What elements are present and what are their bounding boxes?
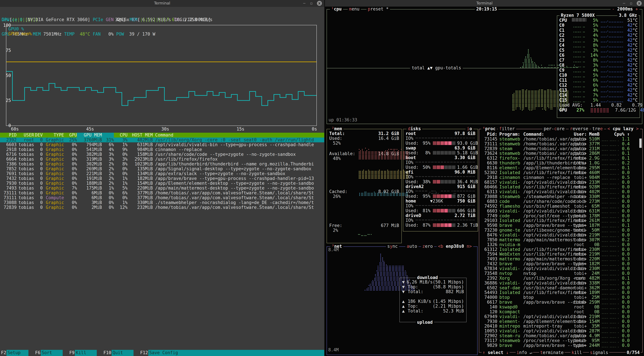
tab-zero[interactable]: zero [421, 244, 434, 249]
proc-row[interactable]: 73088steamweb./steamwebhelper -nocrastob… [482, 194, 638, 199]
proc-row[interactable]: 6313vivaldi-/opt/vivaldi/vivaldi-bintobi… [482, 190, 638, 194]
process-row[interactable]: 7930tobias0Graphic0%188MiB2%1%154MiB/app… [0, 181, 324, 186]
proc-row[interactable]: 73624steamweb/home/tobias/.var/app/cotob… [482, 151, 638, 156]
proc-row[interactable]: 36886vivaldi-/opt/vivaldi/vivaldi-bintob… [482, 281, 638, 286]
proc-scrollbar[interactable] [639, 138, 642, 148]
sort-selector[interactable]: < cpu lazy > [606, 126, 640, 131]
tab-cpu[interactable]: ¹cpu [330, 7, 343, 12]
proc-row[interactable]: 72839steam/home/tobias/.var/app/cotobi+2… [482, 146, 638, 151]
proc-row[interactable]: 72902steam-ru/home/tobias/.var/app/cotob… [482, 334, 638, 338]
fkey-action-f6[interactable]: Sort [41, 350, 63, 356]
graph-mode-label[interactable]: total ▲▼ gpu-totals [410, 66, 463, 70]
proc-row[interactable]: 73145steamweb/home/tobias/.var/app/cotob… [482, 137, 638, 142]
proc-row[interactable]: 73548nvtopnvtoptobi+24M⣀⣀⡀⣀⣀⡀⣀0.0 [482, 271, 638, 276]
proc-row[interactable]: 6603vivaldi-/opt/vivaldi/vivaldi-bintobi… [482, 209, 638, 214]
proc-row[interactable]: 67834vivaldi-/opt/vivaldi/vivaldi-bintob… [482, 266, 638, 271]
close-icon[interactable]: x [637, 1, 642, 6]
minimize-icon[interactable]: − [303, 1, 306, 6]
tab-filter[interactable]: filter [498, 126, 516, 131]
process-row[interactable]: 73111tobias0Compute0%6MiB0%0%377MiB/home… [0, 196, 324, 200]
terminate-control[interactable]: terminate [539, 350, 564, 355]
fkey-f10[interactable]: F10 [102, 350, 112, 356]
tab-mem[interactable]: ²mem [330, 126, 343, 131]
process-row[interactable]: 7493tobias0Graphic7%175MiB1%5%220MiB/app… [0, 186, 324, 190]
proc-row[interactable]: 6617brave/app/brave/brave --disabtobi+25… [482, 300, 638, 304]
proc-row[interactable]: 8116element-/app/Element/element-destobi… [482, 166, 638, 170]
process-row[interactable]: 7852tobias0Graphic0%269MiB2%0%135MiB/app… [0, 166, 324, 171]
tab-tree[interactable]: tree [591, 126, 604, 131]
proc-row[interactable]: 6630thunderb/app/lib/thunderbird/thutobi… [482, 160, 638, 166]
maximize-icon[interactable]: ▫ [630, 1, 632, 6]
tab-sync[interactable]: sync [386, 244, 399, 249]
proc-row[interactable]: 6502seaf-dae/usr/bin/seaf-daemon -ctobi+… [482, 286, 638, 290]
tab-per-core[interactable]: per-core [542, 126, 566, 131]
proc-row[interactable]: 9829brave/app/brave/brave --type=tobi+24… [482, 343, 638, 348]
fkey-action-f2[interactable]: Setup [6, 350, 28, 356]
proc-row[interactable]: 74592flamesho/usr/bin/flameshottobi+65M⣀… [482, 204, 638, 209]
proc-row[interactable]: 1326nvidia-mroot0B⣀⣀⡀⣀⣀⡀⣀0.0 [482, 242, 638, 247]
tab-disks[interactable]: disks [406, 126, 422, 131]
process-row[interactable]: 73088tobias0Graphic0%3MiB0%1%330MiB./ste… [0, 200, 324, 205]
info-control[interactable]: info ↵ [516, 350, 533, 355]
tab-proc[interactable]: ⁴proc [481, 126, 497, 131]
proc-row[interactable]: 2392Xorg/usr/lib/xorg/Xorg -coreroot482M… [482, 276, 638, 281]
kill-control[interactable]: kill [570, 350, 583, 355]
process-row[interactable]: 72839tobias0Graphic0%2MiB0%12%232MiB/hom… [0, 205, 324, 210]
proc-header-row[interactable]: Pid:Program:Command:User:MemBCpu% ↑ [482, 132, 638, 137]
process-row[interactable]: 2918tobias0Graphic0%541MiB4%9%984MiBcinn… [0, 147, 324, 152]
proc-row[interactable]: 120kcompactroot0B⣀⣀⡀⣀⣀⡀⣀0.0 [482, 310, 638, 314]
proc-row[interactable]: 29103Isolated/usr/lib/firefox/firefoxtob… [482, 218, 638, 223]
proc-row[interactable]: 6883code/usr/share/code/code --ttobi+273… [482, 199, 638, 204]
tab-reverse[interactable]: reverse [569, 126, 590, 131]
process-row[interactable]: 6603tobias0Graphic0%794MiB6%1%631MiB/opt… [0, 142, 324, 147]
proc-row[interactable]: 20410mintrepomintreport-traytobi+35M⣀⣀⡀⣀… [482, 324, 638, 328]
select-control[interactable]: ↑ select ↓ [482, 350, 510, 355]
fkey-action-f9[interactable]: Kill [75, 350, 97, 356]
close-icon[interactable]: x [317, 1, 322, 6]
interval-control[interactable]: - 2000ms + [610, 7, 639, 12]
proc-row[interactable]: 73111steamweb/home/tobias/.var/app/cotob… [482, 142, 638, 146]
proc-row[interactable]: 61312Isolated/usr/lib/firefox/firefoxtob… [482, 247, 638, 252]
proc-row[interactable]: 73230gnome-te/usr/libexec/gnome-termitob… [482, 228, 638, 232]
process-row[interactable]: 6664tobias0Graphic0%319MiB3%3%2923MiB/us… [0, 157, 324, 162]
proc-row[interactable]: 7594WebExten/usr/lib/firefox/firefoxtobi… [482, 252, 638, 256]
signals-control[interactable]: signals [589, 350, 609, 355]
process-row[interactable]: 7691tobias0Graphic0%221MiB2%0%134MiB/app… [0, 171, 324, 176]
proc-row[interactable]: 52302Isolated/usr/lib/firefox/firefoxtob… [482, 170, 638, 175]
proc-row[interactable]: 7930element-/app/Element/element-destobi… [482, 319, 638, 324]
process-row[interactable]: 7432tobias0Graphic0%191MiB2%1%182MiB/app… [0, 176, 324, 181]
process-row[interactable]: 6716tobias0Graphic0%382MiB3%0%158MiB/usr… [0, 152, 324, 157]
fkey-action-f10[interactable]: Quit [112, 350, 134, 356]
fkey-f12[interactable]: F12 [139, 350, 148, 356]
tab-io[interactable]: io [466, 126, 474, 131]
table-header-row[interactable]: PIDUSERDEVTYPEGPUGPU MEMCPUHOST MEMComma… [0, 133, 324, 138]
proc-row[interactable]: 140kswapd0root0B⣀⣀⡀⣀⣀⡀⣀0.0 [482, 304, 638, 310]
process-row[interactable]: 2392root0Graphic25%3760MiB31%3%482MiB/us… [0, 138, 324, 142]
process-row[interactable]: 7386tobias0Graphic0%302MiB2%8%1023MiB/ap… [0, 162, 324, 166]
proc-row[interactable]: 54493Isolated/usr/lib/firefox/firefoxtob… [482, 290, 638, 295]
left-titlebar[interactable]: Terminal − ▫ x [0, 0, 324, 7]
proc-row[interactable]: 2918cinnamoncinnamon --replacetobi+984M⣀… [482, 175, 638, 180]
proc-row[interactable]: 7432brave/app/brave/brave --type=tobi+18… [482, 262, 638, 266]
right-titlebar[interactable]: Terminal − ▫ x [325, 0, 644, 7]
process-row[interactable]: 73111tobias0Graphic0%6MiB0%6%377MiB/home… [0, 190, 324, 196]
proc-row[interactable]: 7749code/proc/self/exe --type=uttobi+178… [482, 214, 638, 218]
proc-row[interactable]: 10053vivaldi-/opt/vivaldi/vivaldi-bintob… [482, 328, 638, 334]
fkey-f9[interactable]: F9 [68, 350, 75, 356]
tab-menu[interactable]: menu [348, 7, 361, 12]
interface-selector[interactable]: <b enp38s0 n> [437, 244, 473, 249]
proc-row[interactable]: 7850mattermo/app/main/mattermost-destobi… [482, 238, 638, 242]
tab-auto[interactable]: auto [406, 244, 418, 249]
proc-row[interactable]: 68157vivaldi-/opt/vivaldi/vivaldi-bintob… [482, 180, 638, 185]
proc-row[interactable]: 8476vivaldi-/opt/vivaldi/vivaldi-bintobi… [482, 232, 638, 238]
maximize-icon[interactable]: ▫ [310, 1, 312, 6]
proc-row[interactable]: 74000btopbtoptobi+25M⣀⣀⡀⣀⣀⡀⣀0.0 [482, 295, 638, 300]
proc-row[interactable]: 60466Isolated/usr/lib/firefox/firefoxtob… [482, 184, 638, 190]
tab-preset[interactable]: preset * [366, 7, 390, 12]
minimize-icon[interactable]: − [622, 1, 626, 6]
fkey-f2[interactable]: F2 [0, 350, 6, 356]
fkey-action-f12[interactable]: Save Config [148, 350, 324, 356]
proc-row[interactable]: 9598brave/app/brave/brave --type=tobi+18… [482, 223, 638, 228]
proc-row[interactable]: 73117steamweb/proc/self/exe --type=uttob… [482, 338, 638, 343]
proc-row[interactable]: 6312firefox-/usr/lib/firefox/firefoxtobi… [482, 156, 638, 160]
